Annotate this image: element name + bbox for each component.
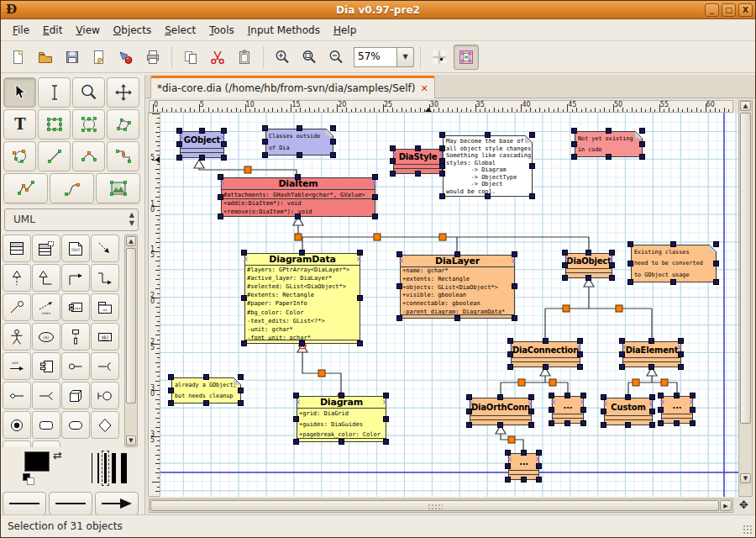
selection-handle[interactable] — [505, 450, 511, 456]
tool-text[interactable]: T — [3, 109, 36, 140]
shape-uml-branch[interactable] — [91, 411, 119, 439]
shape-uml-class[interactable] — [3, 235, 31, 262]
selection-handle[interactable] — [529, 132, 535, 138]
menu-objects[interactable]: Objects — [107, 21, 158, 40]
line-style-selector[interactable] — [49, 492, 92, 515]
selection-handle[interactable] — [601, 409, 606, 414]
selection-handle[interactable] — [639, 141, 645, 147]
selection-handle[interactable] — [262, 139, 268, 145]
shape-uml-component[interactable] — [32, 352, 60, 380]
line-handle[interactable] — [616, 305, 622, 312]
selection-handle[interactable] — [238, 374, 244, 380]
selection-handle[interactable] — [439, 145, 445, 151]
cut-button[interactable] — [205, 45, 230, 70]
selection-handle[interactable] — [168, 400, 174, 406]
sheet-selector[interactable]: UML ▲▼ — [4, 208, 139, 231]
line-handle[interactable] — [508, 436, 515, 443]
selection-handle[interactable] — [466, 422, 472, 428]
horizontal-scrollbar-thumb[interactable] — [150, 500, 719, 511]
selection-handle[interactable] — [221, 141, 227, 147]
shape-uml-implements[interactable] — [3, 293, 31, 321]
uml-note-note-existing[interactable]: Existing classes need to be converted to… — [631, 245, 717, 282]
selection-handle[interactable] — [648, 364, 654, 370]
tool-textedit[interactable] — [38, 77, 71, 108]
start-arrow-selector[interactable] — [3, 492, 46, 515]
selection-handle[interactable] — [528, 394, 534, 400]
selection-handle[interactable] — [199, 155, 205, 161]
selection-handle[interactable] — [658, 407, 664, 413]
selection-handle[interactable] — [330, 139, 336, 145]
zoom-level-value[interactable]: 57% — [354, 47, 397, 67]
zoom-in-button[interactable] — [270, 45, 295, 70]
palette-scrollbar-thumb[interactable] — [126, 248, 136, 404]
shape-uml-package[interactable]: xx — [91, 293, 119, 321]
selection-handle[interactable] — [625, 422, 631, 428]
menu-edit[interactable]: Edit — [36, 21, 69, 40]
selection-handle[interactable] — [262, 152, 268, 158]
line-width-selector[interactable] — [92, 451, 127, 485]
selection-handle[interactable] — [390, 158, 396, 164]
selection-handle[interactable] — [439, 171, 445, 177]
selection-handle[interactable] — [383, 416, 389, 422]
selection-handle[interactable] — [466, 394, 472, 400]
minimize-button[interactable]: _ — [705, 3, 719, 17]
selection-handle[interactable] — [639, 128, 645, 134]
selection-handle[interactable] — [396, 315, 402, 321]
selection-handle[interactable] — [241, 295, 247, 301]
selection-handle[interactable] — [580, 407, 586, 413]
uml-class-diagramdata[interactable]: DiagramData#layers: GPtrArray<DiaLayer*>… — [244, 253, 360, 344]
selection-handle[interactable] — [577, 351, 583, 357]
tool-polygon[interactable] — [107, 109, 139, 140]
selection-handle[interactable] — [543, 338, 549, 344]
copy-button[interactable] — [178, 45, 203, 70]
selection-handle[interactable] — [609, 262, 615, 268]
line-width-option-7[interactable] — [121, 453, 127, 483]
selection-handle[interactable] — [454, 315, 460, 321]
selection-handle[interactable] — [241, 340, 247, 346]
selection-handle[interactable] — [390, 171, 396, 177]
selection-handle[interactable] — [512, 283, 517, 289]
export-button[interactable] — [113, 45, 139, 70]
selection-handle[interactable] — [357, 340, 363, 346]
selection-handle[interactable] — [297, 152, 302, 158]
selection-handle[interactable] — [357, 295, 363, 301]
selection-handle[interactable] — [690, 420, 696, 426]
selection-handle[interactable] — [339, 393, 344, 398]
selection-handle[interactable] — [221, 155, 227, 161]
line-handle[interactable] — [374, 234, 381, 240]
shape-uml-class-template[interactable] — [32, 235, 60, 262]
selection-handle[interactable] — [678, 364, 684, 370]
selection-handle[interactable] — [293, 416, 299, 422]
diagram-canvas[interactable]: GObject××Classes outside of Dia××DiaItem… — [160, 113, 738, 497]
line-width-option-2[interactable] — [97, 453, 99, 483]
selection-handle[interactable] — [627, 241, 633, 247]
selection-handle[interactable] — [383, 393, 389, 398]
menu-view[interactable]: View — [69, 21, 106, 40]
tool-scroll[interactable] — [107, 77, 139, 108]
foreground-color-swatch[interactable] — [24, 451, 50, 472]
pan-tool-icon[interactable]: ✥ — [736, 498, 752, 514]
selection-handle[interactable] — [293, 439, 299, 445]
selection-handle[interactable] — [521, 450, 527, 456]
selection-handle[interactable] — [203, 400, 209, 406]
selection-handle[interactable] — [299, 250, 305, 256]
selection-handle[interactable] — [485, 193, 491, 199]
scroll-right-icon[interactable]: ▶ — [720, 500, 732, 511]
selection-handle[interactable] — [606, 128, 612, 134]
line-handle[interactable] — [295, 234, 302, 240]
menu-select[interactable]: Select — [158, 21, 202, 40]
selection-handle[interactable] — [339, 439, 344, 445]
selection-handle[interactable] — [670, 279, 676, 285]
selection-handle[interactable] — [454, 251, 460, 257]
shape-uml-association-directed[interactable] — [91, 264, 119, 292]
selection-handle[interactable] — [295, 214, 301, 219]
selection-handle[interactable] — [562, 262, 568, 268]
shape-uml-object[interactable]: OBJ — [91, 323, 119, 351]
uml-class-dialayer[interactable]: DiaLayer+name: gchar*+extents: Rectangle… — [400, 255, 515, 319]
swap-colors-icon[interactable]: ⇄ — [53, 449, 62, 462]
selection-handle[interactable] — [580, 420, 586, 426]
selection-handle[interactable] — [658, 420, 664, 426]
selection-handle[interactable] — [678, 351, 684, 357]
selection-handle[interactable] — [512, 251, 517, 257]
shape-uml-note[interactable]: TEXT — [61, 235, 90, 262]
